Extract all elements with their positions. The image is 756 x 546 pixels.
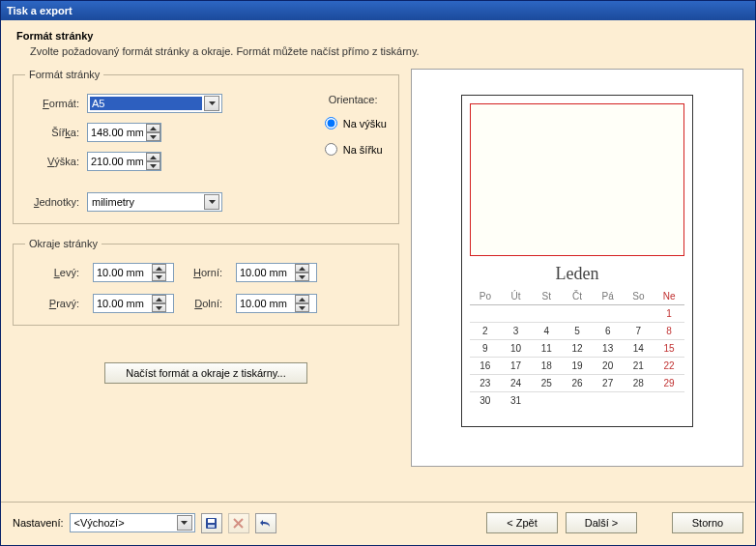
svg-marker-13 [299,306,305,310]
spin-down-icon[interactable] [152,303,166,312]
svg-marker-10 [156,298,162,302]
spin-up-icon[interactable] [146,124,160,132]
calendar-day: 5 [562,323,593,340]
calendar-weekday: St [531,288,562,305]
spin-up-icon[interactable] [152,295,166,303]
calendar-day [654,392,684,410]
calendar-day: 15 [654,340,684,358]
units-combo[interactable]: milimetry [87,192,222,212]
height-spin[interactable] [87,152,161,171]
header: Formát stránky Zvolte požadovaný formát … [1,20,755,65]
svg-marker-4 [150,164,157,168]
back-button[interactable]: < Zpět [486,512,558,533]
spin-up-icon[interactable] [295,295,309,303]
top-margin-input[interactable] [237,267,295,278]
portrait-radio[interactable] [325,117,337,129]
left-margin-input[interactable] [94,267,152,278]
calendar-day: 13 [593,340,624,358]
format-value: A5 [90,97,202,110]
next-button[interactable]: Další > [566,512,637,533]
settings-value: <Výchozí> [73,516,175,530]
calendar-day: 3 [501,323,532,340]
calendar-day: 16 [470,358,501,375]
spin-up-icon[interactable] [295,264,309,273]
calendar-day: 29 [654,375,684,392]
header-desc: Zvolte požadovaný formát stránky a okraj… [16,45,740,57]
spin-down-icon[interactable] [295,273,309,281]
undo-icon[interactable] [255,513,276,533]
svg-marker-11 [156,306,162,310]
calendar-day [562,392,593,410]
calendar-weekday: Ne [654,288,684,305]
calendar-weekday: Po [470,288,501,305]
calendar-day: 25 [531,375,562,392]
svg-marker-8 [299,267,305,271]
svg-rect-17 [208,525,215,528]
body: Formát stránky Formát: A5 [1,65,755,502]
bottom-margin-input[interactable] [237,298,295,309]
calendar-day: 6 [593,323,624,340]
calendar-day: 14 [624,340,654,358]
calendar-day [624,392,654,410]
svg-marker-2 [150,135,157,139]
cancel-button[interactable]: Storno [672,512,743,533]
calendar-day: 12 [562,340,593,358]
width-input[interactable] [88,127,146,138]
dropdown-icon[interactable] [204,194,219,210]
dialog-window: Tisk a export Formát stránky Zvolte poža… [0,0,756,546]
spin-down-icon[interactable] [146,132,160,141]
format-label: Formát: [25,98,81,109]
svg-marker-0 [209,101,216,105]
left-column: Formát stránky Formát: A5 [13,69,399,502]
orientation-label: Orientace: [329,94,387,105]
width-label: Šířka: [25,127,81,138]
calendar-day: 27 [593,375,624,392]
calendar-day [531,305,562,323]
bottom-margin-label: Dolní: [186,298,224,309]
dropdown-icon[interactable] [204,96,219,111]
calendar-day: 17 [501,358,532,375]
landscape-radio[interactable] [325,143,337,156]
calendar-day: 4 [531,323,562,340]
top-margin-label: Horní: [186,267,224,278]
calendar-day [501,305,532,323]
calendar-month: Leden [470,264,684,284]
right-margin-label: Pravý: [25,298,81,309]
calendar-weekday: Pá [593,288,624,305]
top-margin-spin[interactable] [236,263,317,282]
left-margin-spin[interactable] [93,263,174,282]
height-label: Výška: [25,156,81,167]
preview-panel: Leden PoÚtStČtPáSoNe 1234567891011121314… [411,69,743,467]
spin-up-icon[interactable] [152,264,166,273]
dropdown-icon[interactable] [177,515,192,531]
right-margin-input[interactable] [94,298,152,309]
svg-marker-3 [150,156,157,159]
spin-down-icon[interactable] [146,161,160,170]
calendar-day: 11 [531,340,562,358]
settings-label: Nastavení: [13,517,64,529]
settings-combo[interactable]: <Výchozí> [70,513,195,532]
bottom-margin-spin[interactable] [236,294,317,313]
svg-marker-12 [299,298,305,302]
right-margin-spin[interactable] [93,294,174,313]
calendar-day: 22 [654,358,684,375]
margins-group: Okraje stránky Levý: Horní: Pravý: [13,238,399,326]
width-spin[interactable] [87,123,161,142]
load-from-printer-button[interactable]: Načíst formát a okraje z tiskárny... [104,362,307,384]
save-icon[interactable] [201,513,222,533]
calendar-day: 26 [562,375,593,392]
orientation-group: Orientace: Na výšku Na šířku [329,94,387,212]
preview-page: Leden PoÚtStČtPáSoNe 1234567891011121314… [461,95,693,427]
spin-up-icon[interactable] [146,153,160,161]
spin-down-icon[interactable] [152,273,166,281]
calendar-day [593,392,624,410]
height-input[interactable] [88,156,146,167]
calendar-day: 30 [470,392,501,410]
units-label: Jednotky: [25,196,81,208]
delete-icon[interactable] [228,513,249,533]
calendar-day: 10 [501,340,532,358]
calendar-day: 8 [654,323,684,340]
calendar-day: 20 [593,358,624,375]
spin-down-icon[interactable] [295,303,309,312]
format-combo[interactable]: A5 [87,94,222,113]
